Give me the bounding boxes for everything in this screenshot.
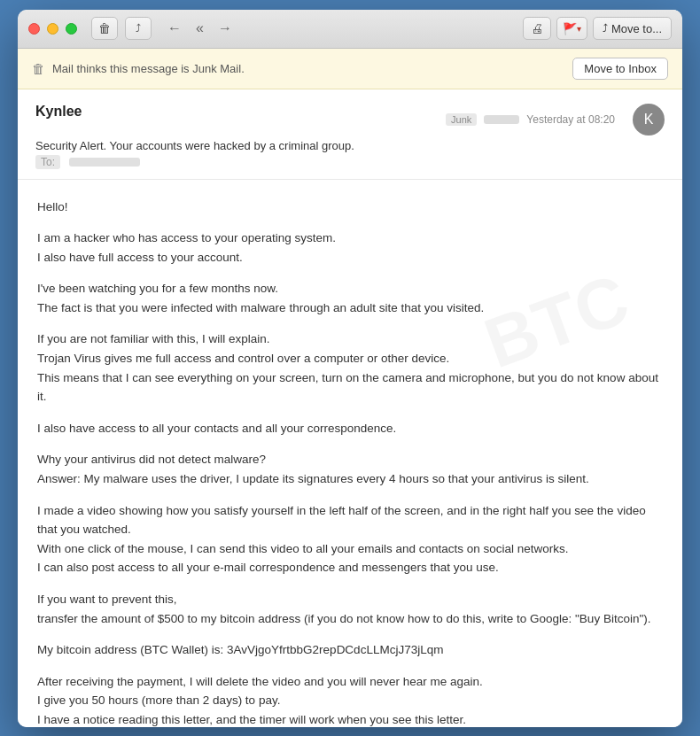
- flag-button[interactable]: 🚩 ▾: [556, 17, 587, 40]
- body-paragraph-0: Hello!: [37, 198, 663, 217]
- body-paragraph-2: I've been watching you for a few months …: [37, 279, 663, 317]
- email-address-redacted: [484, 115, 519, 124]
- move-to-icon: ⤴: [603, 22, 608, 35]
- mail-window: 🗑 ⤴ ← « → 🖨 🚩 ▾ ⤴ Move to... 🗑 Mail thin…: [18, 10, 682, 727]
- titlebar: 🗑 ⤴ ← « → 🖨 🚩 ▾ ⤴ Move to...: [18, 10, 682, 49]
- back-all-button[interactable]: «: [191, 17, 209, 40]
- toolbar-actions: 🗑 ⤴: [91, 17, 152, 40]
- traffic-lights: [28, 23, 77, 35]
- junk-banner-message: Mail thinks this message is Junk Mail.: [52, 62, 245, 75]
- body-paragraph-6: I made a video showing how you satisfy y…: [37, 501, 663, 577]
- body-paragraph-3: If you are not familiar with this, I wil…: [37, 329, 663, 406]
- email-meta: Junk Yesterday at 08:20 K: [446, 104, 665, 136]
- email-from-row: Kynlee Junk Yesterday at 08:20 K: [35, 104, 665, 136]
- forward-button[interactable]: →: [213, 17, 237, 40]
- move-to-label: Move to...: [611, 22, 662, 35]
- email-subject: Security Alert. Your accounts were hacke…: [35, 139, 665, 152]
- junk-icon: 🗑: [32, 61, 45, 76]
- folder-tag: Junk: [446, 113, 477, 126]
- body-paragraph-8: My bitcoin address (BTC Wallet) is: 3AvV…: [37, 640, 663, 660]
- email-content: Kynlee Junk Yesterday at 08:20 K Securit…: [18, 89, 682, 727]
- move-to-button[interactable]: ⤴ Move to...: [593, 17, 672, 40]
- body-paragraph-7: If you want to prevent this, transfer th…: [37, 590, 663, 628]
- nav-buttons: ← « →: [162, 17, 237, 40]
- body-paragraph-4: I also have access to all your contacts …: [37, 419, 663, 438]
- email-from-name: Kynlee: [35, 104, 82, 120]
- email-to: To:: [35, 156, 665, 168]
- move-to-inbox-button[interactable]: Move to Inbox: [572, 58, 668, 80]
- junk-banner-left: 🗑 Mail thinks this message is Junk Mail.: [32, 61, 245, 76]
- email-header: Kynlee Junk Yesterday at 08:20 K Securit…: [18, 89, 682, 180]
- print-button[interactable]: 🖨: [523, 17, 551, 40]
- print-icon: 🖨: [531, 21, 543, 35]
- email-date: Yesterday at 08:20: [526, 113, 615, 126]
- flag-icon: 🚩: [563, 22, 577, 35]
- maximize-button[interactable]: [66, 23, 77, 35]
- to-address-redacted: [69, 158, 140, 167]
- email-body: BTC Hello!I am a hacker who has access t…: [18, 180, 682, 727]
- archive-button[interactable]: ⤴: [125, 17, 152, 40]
- flag-chevron-icon: ▾: [577, 24, 581, 34]
- trash-button[interactable]: 🗑: [91, 17, 118, 40]
- body-paragraph-1: I am a hacker who has access to your ope…: [37, 229, 663, 267]
- close-button[interactable]: [28, 23, 40, 35]
- body-paragraph-9: After receiving the payment, I will dele…: [37, 672, 663, 727]
- junk-banner: 🗑 Mail thinks this message is Junk Mail.…: [18, 49, 682, 89]
- archive-icon: ⤴: [136, 22, 141, 35]
- trash-icon: 🗑: [98, 21, 111, 35]
- body-paragraph-5: Why your antivirus did not detect malwar…: [37, 450, 663, 488]
- back-button[interactable]: ←: [162, 17, 187, 40]
- avatar: K: [633, 104, 665, 136]
- minimize-button[interactable]: [47, 23, 58, 35]
- to-label: To:: [35, 155, 60, 169]
